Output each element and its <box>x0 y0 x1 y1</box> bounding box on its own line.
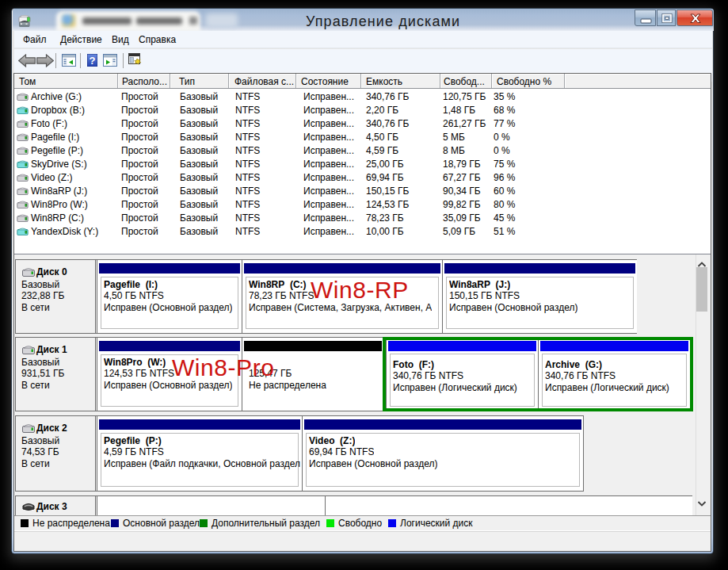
svg-text:?: ? <box>90 55 96 67</box>
